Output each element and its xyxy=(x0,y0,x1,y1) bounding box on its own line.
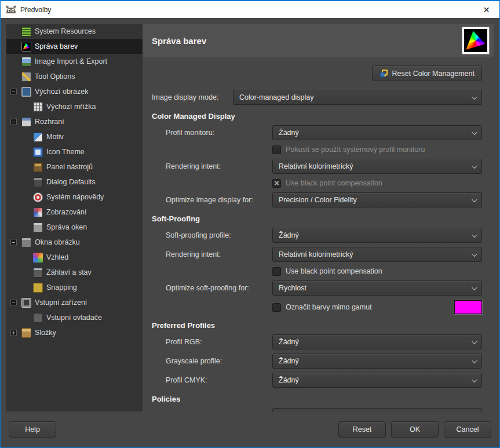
sidebar-item-label: Motiv xyxy=(46,133,64,141)
optimize-softproof-label: Optimize soft-proofing for: xyxy=(152,284,272,292)
cmyk-profile-select[interactable]: Žádný xyxy=(272,373,482,388)
softproof-profile-label: Soft-proofing profile: xyxy=(152,231,272,239)
selected-value: Color-managed display xyxy=(239,93,472,101)
settings-panel: Reset Color Management Image display mod… xyxy=(143,57,494,411)
sidebar-item-label: Výchozí mřížka xyxy=(46,103,96,111)
sidebar-item-label: Vstupní ovladače xyxy=(46,314,102,322)
sidebar-item-toolbox[interactable]: Panel nástrojů xyxy=(6,159,143,174)
sidebar-item-label: Výchozí obrázek xyxy=(35,88,88,96)
sidebar-item-icon-theme[interactable]: Icon Theme xyxy=(6,144,143,159)
sidebar-item-help-system[interactable]: Systém nápovědy xyxy=(6,190,143,205)
window-management-icon xyxy=(33,223,43,232)
selected-value: Žádný xyxy=(279,357,472,365)
form-row: Image display mode: Color-managed displa… xyxy=(152,90,482,105)
chevron-down-icon xyxy=(472,338,477,344)
image-windows-icon xyxy=(21,238,31,247)
sidebar-item-dialog-defaults[interactable]: Dialog Defaults xyxy=(6,174,143,190)
sidebar-item-label: Složky xyxy=(35,329,56,337)
sidebar-item-tool-options[interactable]: Tool Options xyxy=(6,69,143,84)
interface-icon xyxy=(21,117,31,127)
app-area: System Resources Správa barev Image Impo… xyxy=(1,18,499,447)
try-system-profile-checkbox[interactable] xyxy=(272,145,281,154)
selected-value: Relativní kolorimetrický xyxy=(279,250,472,258)
sidebar-item-label: Image Import & Export xyxy=(35,57,107,65)
reset-button-label: Reset xyxy=(353,425,372,434)
optimize-display-label: Optimize image display for: xyxy=(152,196,272,204)
reset-button[interactable]: Reset xyxy=(338,421,386,438)
sidebar-item-display[interactable]: Zobrazování xyxy=(6,205,143,220)
form-row: Profil RGB: Žádný xyxy=(152,334,482,349)
expander-icon[interactable]: − xyxy=(10,89,17,95)
grayscale-profile-select[interactable]: Žádný xyxy=(272,354,482,369)
sidebar-item-snapping[interactable]: Snapping xyxy=(6,280,143,295)
expander-icon[interactable]: − xyxy=(10,239,17,246)
display-rendering-intent-select[interactable]: Relativní kolorimetrický xyxy=(272,159,482,174)
sidebar-item-input-controllers[interactable]: Vstupní ovladače xyxy=(6,310,143,325)
system-resources-icon xyxy=(21,27,31,37)
cancel-button[interactable]: Cancel xyxy=(444,421,491,438)
sidebar-item-image-import-export[interactable]: Image Import & Export xyxy=(6,54,143,69)
image-import-export-icon xyxy=(21,57,31,67)
section-title-preferred-profiles: Preferred Profiles xyxy=(152,321,482,330)
display-icon xyxy=(33,207,43,217)
icon-theme-icon xyxy=(33,147,43,157)
sidebar-item-folders[interactable]: + Složky xyxy=(6,325,143,340)
section-title-soft-proofing: Soft-Proofing xyxy=(152,214,482,224)
sidebar-item-default-image[interactable]: − Výchozí obrázek xyxy=(6,84,143,99)
expander-icon[interactable]: + xyxy=(10,330,17,336)
sidebar-item-input-devices[interactable]: − Vstupní zařízení xyxy=(6,295,143,310)
sidebar-item-default-grid[interactable]: Výchozí mřížka xyxy=(6,99,143,114)
section-title-color-managed-display: Color Managed Display xyxy=(152,112,482,121)
sidebar-item-image-windows[interactable]: − Okna obrázku xyxy=(6,235,143,250)
close-button[interactable]: ✕ xyxy=(473,1,499,18)
expander-icon[interactable]: − xyxy=(10,119,17,125)
checkbox-row: Označit barvy mimo gamut xyxy=(152,300,482,314)
sidebar-item-label: Záhlaví a stav xyxy=(46,268,92,276)
dialog-defaults-icon xyxy=(33,177,43,187)
sidebar-item-interface[interactable]: − Rozhraní xyxy=(6,114,143,129)
preferences-window: Předvolby ✕ System Resources Správa bare… xyxy=(0,0,500,448)
form-row: Optimize soft-proofing for: Rychlost xyxy=(152,281,482,296)
expander-icon[interactable]: − xyxy=(10,300,17,306)
softproof-rendering-intent-select[interactable]: Relativní kolorimetrický xyxy=(272,247,482,262)
checkbox-row: ✕ Use black point compensation xyxy=(152,178,482,188)
sidebar-item-color-management[interactable]: Správa barev xyxy=(6,39,143,54)
chevron-down-icon xyxy=(472,163,477,169)
reset-color-management-button[interactable]: Reset Color Management xyxy=(372,65,482,81)
image-display-mode-select[interactable]: Color-managed display xyxy=(233,90,482,105)
try-system-profile-label: Pokusit se použít systémový profil monit… xyxy=(286,145,425,154)
softproof-profile-select[interactable]: Žádný xyxy=(272,228,482,243)
sidebar-item-appearance[interactable]: Vzhled xyxy=(6,250,143,265)
softproof-bpc-checkbox[interactable] xyxy=(272,267,281,276)
sidebar-item-window-management[interactable]: Správa oken xyxy=(6,220,143,235)
reset-row: Reset Color Management xyxy=(152,65,482,81)
reset-button-label: Reset Color Management xyxy=(392,70,475,78)
input-devices-icon xyxy=(21,298,31,308)
gamut-warning-color-button[interactable] xyxy=(454,300,482,314)
rgb-profile-select[interactable]: Žádný xyxy=(272,334,482,349)
gamut-warning-checkbox[interactable] xyxy=(272,303,281,312)
display-bpc-checkbox[interactable]: ✕ xyxy=(272,179,281,188)
sidebar-item-theme[interactable]: Motiv xyxy=(6,129,143,144)
optimize-softproof-select[interactable]: Rychlost xyxy=(272,281,482,296)
sidebar-item-title-status[interactable]: Záhlaví a stav xyxy=(6,265,143,280)
help-button-label: Help xyxy=(25,425,40,434)
optimize-display-select[interactable]: Precision / Color Fidelity xyxy=(272,192,482,207)
sidebar-item-label: Tool Options xyxy=(35,72,75,81)
monitor-profile-label: Profil monitoru: xyxy=(152,129,272,137)
close-icon: ✕ xyxy=(483,5,490,14)
grayscale-profile-label: Grayscale profile: xyxy=(152,357,272,365)
selected-value: Žádný xyxy=(279,129,472,137)
cancel-button-label: Cancel xyxy=(457,425,479,434)
monitor-profile-select[interactable]: Žádný xyxy=(272,125,482,140)
sidebar-item-label: Systém nápovědy xyxy=(46,193,104,201)
sidebar-item-label: Rozhraní xyxy=(35,118,64,126)
chevron-down-icon xyxy=(472,94,477,100)
sidebar-item-system-resources[interactable]: System Resources xyxy=(6,24,143,39)
ok-button[interactable]: OK xyxy=(391,421,439,438)
tool-options-icon xyxy=(21,72,31,82)
softproof-rendering-intent-label: Rendering intent: xyxy=(152,250,272,258)
form-row: Rendering intent: Relativní kolorimetric… xyxy=(152,247,482,262)
help-button[interactable]: Help xyxy=(9,421,56,438)
sidebar-item-label: Vstupní zařízení xyxy=(35,298,87,307)
